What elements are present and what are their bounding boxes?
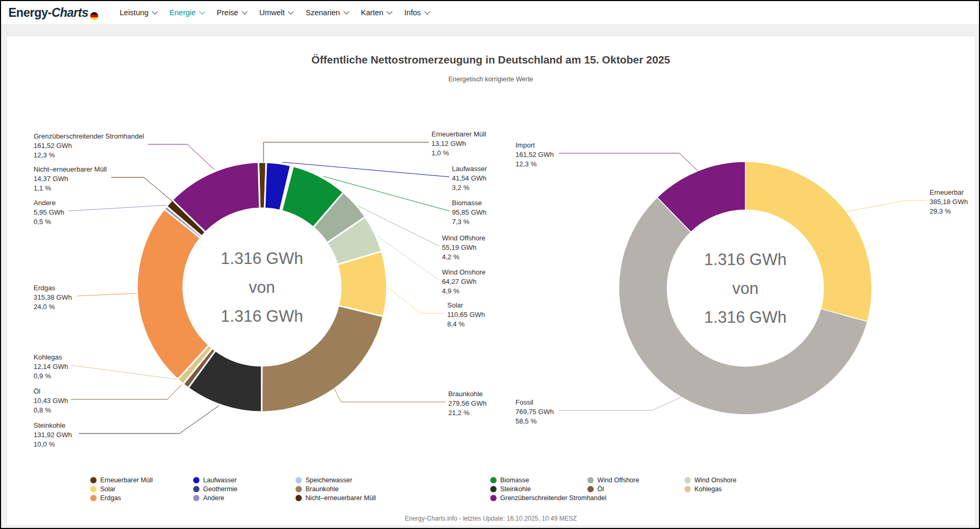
slice-label-value: 41,54 GWh bbox=[452, 174, 487, 183]
legend-item-label: Laufwasser bbox=[203, 477, 237, 484]
slice-label-value: 14,37 GWh bbox=[34, 174, 107, 184]
legend-item-label: Steinkohle bbox=[500, 485, 531, 493]
legend-item-label: Speicherwasser bbox=[305, 477, 352, 484]
chart-subtitle: Energetisch korrigierte Werte bbox=[6, 76, 975, 83]
nav-item-karten[interactable]: Karten bbox=[355, 5, 398, 20]
app-header: Energy-Charts LeistungEnergiePreiseUmwel… bbox=[1, 1, 979, 25]
slice-label-name: Wind Onshore bbox=[442, 268, 486, 277]
energy-charts-page: { "header": { "logo": {"text_bold": "Ene… bbox=[0, 0, 980, 529]
chevron-down-icon bbox=[288, 8, 294, 14]
slice-label-name: Import bbox=[515, 141, 554, 150]
chevron-down-icon bbox=[241, 8, 247, 14]
legend-color-dot bbox=[90, 486, 97, 492]
nav-item-leistung[interactable]: Leistung bbox=[114, 5, 163, 20]
slice-label-percent: 29,3 % bbox=[930, 207, 968, 216]
chevron-down-icon bbox=[199, 8, 205, 14]
legend-item-label: Wind Onshore bbox=[694, 477, 736, 484]
slice-label-erdgas: Erdgas315,38 GWh24,0 % bbox=[34, 283, 72, 312]
legend-item-label: Biomasse bbox=[500, 477, 529, 484]
slice-label-name: Öl bbox=[34, 387, 68, 396]
legend-color-dot bbox=[490, 477, 497, 483]
slice-label-percent: 3,2 % bbox=[452, 183, 487, 193]
legend-item-nicht-erneuerbarer-mull[interactable]: Nicht–erneuerbarer Müll bbox=[296, 494, 376, 502]
slice-label-erneuerbarer-mull: Erneuerbarer Müll13,12 GWh1,0 % bbox=[431, 130, 486, 158]
slice-label-value: 10,43 GWh bbox=[34, 396, 68, 406]
slice-label-name: Nicht–erneuerbarer Müll bbox=[34, 165, 107, 174]
legend-color-dot bbox=[490, 495, 497, 501]
update-timestamp: Energy-Charts.info - letztes Update: 16.… bbox=[6, 515, 975, 522]
legend-item-erneuerbarer-mull[interactable]: Erneuerbarer Müll bbox=[90, 477, 153, 484]
slice-label-name: Erneuerbarer Müll bbox=[431, 130, 486, 139]
nav-item-label: Infos bbox=[404, 8, 420, 17]
slice-label-import: Import161,52 GWh12,3 % bbox=[515, 141, 554, 169]
app-logo[interactable]: Energy-Charts bbox=[8, 6, 98, 20]
slice-label-name: Wind Offshore bbox=[442, 234, 486, 243]
slice-label-percent: 12,3 % bbox=[34, 151, 144, 160]
slice-label-percent: 58,5 % bbox=[515, 417, 554, 426]
nav-item-infos[interactable]: Infos bbox=[398, 5, 435, 20]
slice-label-laufwasser: Laufwasser41,54 GWh3,2 % bbox=[452, 164, 487, 193]
legend-item-wind-onshore[interactable]: Wind Onshore bbox=[684, 477, 736, 484]
nav-item-energie[interactable]: Energie bbox=[164, 5, 210, 20]
slice-label-percent: 1,1 % bbox=[34, 184, 107, 193]
german-flag-icon bbox=[90, 12, 98, 20]
slice-label-value: 161,52 GWh bbox=[34, 141, 144, 151]
slice-label-name: Biomasse bbox=[452, 198, 487, 208]
legend-item-steinkohle[interactable]: Steinkohle bbox=[490, 485, 531, 493]
chevron-down-icon bbox=[343, 8, 349, 14]
slice-label-percent: 1,0 % bbox=[431, 149, 486, 158]
slice-label-name: Andere bbox=[34, 198, 65, 208]
nav-item-label: Szenarien bbox=[305, 8, 340, 17]
slice-label-value: 131,92 GWh bbox=[34, 430, 72, 440]
slice-label-name: Steinkohle bbox=[34, 421, 72, 430]
slice-label-value: 64,27 GWh bbox=[442, 277, 486, 287]
legend-color-dot bbox=[90, 495, 97, 501]
chevron-down-icon bbox=[152, 8, 157, 14]
slice-label-value: 769,75 GWh bbox=[515, 407, 554, 417]
legend-item-wind-offshore[interactable]: Wind Offshore bbox=[587, 477, 639, 484]
slice-label-value: 385,18 GWh bbox=[930, 197, 968, 207]
slice-label-value: 55,19 GWh bbox=[442, 243, 486, 252]
legend-item-label: Erneuerbarer Müll bbox=[100, 477, 153, 484]
legend-item-erdgas[interactable]: Erdgas bbox=[90, 494, 121, 502]
chart-title: Öffentliche Nettostromerzeugung in Deuts… bbox=[6, 54, 975, 66]
legend-item-biomasse[interactable]: Biomasse bbox=[490, 477, 529, 484]
slice-label-value: 13,12 GWh bbox=[431, 139, 486, 149]
legend-item-andere[interactable]: Andere bbox=[193, 494, 224, 502]
nav-item-preise[interactable]: Preise bbox=[211, 5, 252, 20]
legend-item-geothermie[interactable]: Geothermie bbox=[193, 485, 237, 493]
slice-label-value: 315,38 GWh bbox=[34, 293, 72, 302]
legend-item-speicherwasser[interactable]: Speicherwasser bbox=[296, 477, 352, 484]
legend-item-label: Geothermie bbox=[203, 485, 237, 493]
slice-label-percent: 21,2 % bbox=[448, 408, 487, 418]
logo-text-bold: Energy- bbox=[8, 6, 51, 20]
chevron-down-icon bbox=[387, 8, 393, 14]
legend-item-solar[interactable]: Solar bbox=[90, 485, 115, 493]
slice-label-grenzuberschreitender-stromhandel: Grenzüberschreitender Stromhandel161,52 … bbox=[34, 132, 144, 160]
main-nav: LeistungEnergiePreiseUmweltSzenarienKart… bbox=[114, 5, 435, 20]
legend-item-laufwasser[interactable]: Laufwasser bbox=[193, 477, 237, 484]
legend-item-kohlegas[interactable]: Kohlegas bbox=[684, 485, 722, 493]
legend-item-label: Andere bbox=[203, 494, 224, 502]
legend-color-dot bbox=[684, 477, 691, 483]
slice-label-value: 161,52 GWh bbox=[515, 150, 554, 160]
nav-item-umwelt[interactable]: Umwelt bbox=[254, 5, 299, 20]
slice-label-value: 95,85 GWh bbox=[452, 208, 487, 217]
nav-item-label: Karten bbox=[361, 8, 384, 17]
slice-label-name: Grenzüberschreitender Stromhandel bbox=[34, 132, 144, 141]
legend-item-braunkohle[interactable]: Braunkohle bbox=[296, 485, 339, 493]
nav-item-szenarien[interactable]: Szenarien bbox=[300, 5, 354, 20]
legend-item-label: Erdgas bbox=[100, 494, 121, 502]
slice-label-name: Braunkohle bbox=[448, 389, 487, 399]
legend-item-grenzuberschreitender-stromhandel[interactable]: Grenzüberschreitender Stromhandel bbox=[490, 494, 606, 502]
slice-label-wind-onshore: Wind Onshore64,27 GWh4,9 % bbox=[442, 268, 486, 296]
slice-label-nicht-erneuerbarer-mull: Nicht–erneuerbarer Müll14,37 GWh1,1 % bbox=[34, 165, 107, 193]
slice-label-wind-offshore: Wind Offshore55,19 GWh4,2 % bbox=[442, 234, 486, 262]
legend-color-dot bbox=[296, 486, 302, 492]
slice-label-percent: 10,0 % bbox=[34, 440, 72, 449]
slice-label-steinkohle: Steinkohle131,92 GWh10,0 % bbox=[34, 421, 72, 449]
slice-label-percent: 0,9 % bbox=[34, 372, 68, 381]
legend-item-ol[interactable]: Öl bbox=[587, 485, 604, 493]
slice-label-name: Laufwasser bbox=[452, 164, 487, 174]
legend-color-dot bbox=[193, 486, 199, 492]
